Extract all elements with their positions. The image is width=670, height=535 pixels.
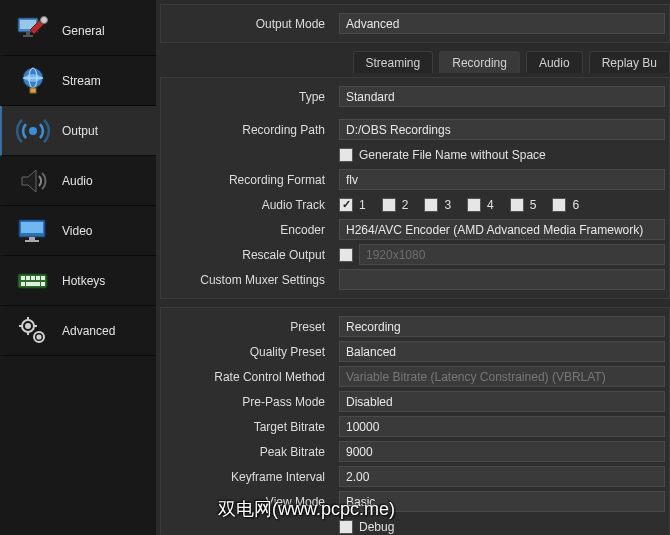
- rescale-checkbox[interactable]: [339, 248, 353, 262]
- sidebar-item-label: Video: [62, 224, 92, 238]
- broadcast-icon: [16, 114, 50, 148]
- track-3-checkbox[interactable]: [424, 198, 438, 212]
- sidebar-item-label: General: [62, 24, 105, 38]
- wrench-monitor-icon: [16, 14, 50, 48]
- svg-rect-19: [41, 276, 45, 280]
- target-bitrate-input[interactable]: 10000: [339, 416, 665, 437]
- svg-rect-12: [29, 237, 35, 240]
- sidebar-item-audio[interactable]: Audio: [0, 156, 156, 206]
- output-mode-select[interactable]: Advanced: [339, 13, 665, 34]
- output-tabs: Streaming Recording Audio Replay Bu: [160, 47, 670, 73]
- rescale-input[interactable]: 1920x1080: [359, 244, 665, 265]
- tab-audio[interactable]: Audio: [526, 51, 583, 73]
- svg-point-24: [26, 324, 30, 328]
- svg-rect-13: [25, 240, 39, 242]
- track-5-checkbox[interactable]: [510, 198, 524, 212]
- sidebar-item-hotkeys[interactable]: Hotkeys: [0, 256, 156, 306]
- type-label: Type: [161, 90, 331, 104]
- recording-format-label: Recording Format: [161, 173, 331, 187]
- svg-rect-22: [41, 282, 45, 286]
- sidebar-item-label: Hotkeys: [62, 274, 105, 288]
- monitor-icon: [16, 214, 50, 248]
- encoder-label: Encoder: [161, 223, 331, 237]
- output-settings-panel: Output Mode Advanced Streaming Recording…: [156, 0, 670, 535]
- sidebar-item-label: Audio: [62, 174, 93, 188]
- sidebar-item-label: Stream: [62, 74, 101, 88]
- sidebar-item-label: Advanced: [62, 324, 115, 338]
- recording-path-input[interactable]: D:/OBS Recordings: [339, 119, 665, 140]
- svg-rect-15: [21, 276, 25, 280]
- rescale-label: Rescale Output: [161, 248, 331, 262]
- tab-streaming[interactable]: Streaming: [353, 51, 434, 73]
- peak-bitrate-input[interactable]: 9000: [339, 441, 665, 462]
- svg-rect-8: [30, 88, 36, 93]
- recording-path-label: Recording Path: [161, 123, 331, 137]
- tab-replay-buffer[interactable]: Replay Bu: [589, 51, 670, 73]
- sidebar-item-label: Output: [62, 124, 98, 138]
- encoder-select[interactable]: H264/AVC Encoder (AMD Advanced Media Fra…: [339, 219, 665, 240]
- gears-icon: [16, 314, 50, 348]
- tab-recording[interactable]: Recording: [439, 51, 520, 73]
- svg-point-30: [37, 335, 40, 338]
- rate-control-label: Rate Control Method: [161, 370, 331, 384]
- gen-filename-checkbox[interactable]: [339, 148, 353, 162]
- debug-label: Debug: [359, 520, 394, 534]
- audio-track-group: ✓1 2 3 4 5 6: [339, 198, 665, 212]
- sidebar-item-general[interactable]: General: [0, 6, 156, 56]
- sidebar-item-output[interactable]: Output: [0, 106, 156, 156]
- gen-filename-label: Generate File Name without Space: [359, 148, 546, 162]
- svg-rect-11: [21, 222, 43, 233]
- recording-type-select[interactable]: Standard: [339, 86, 665, 107]
- keyboard-icon: [16, 264, 50, 298]
- globe-icon: [16, 64, 50, 98]
- svg-rect-17: [31, 276, 35, 280]
- track-4-checkbox[interactable]: [467, 198, 481, 212]
- track-6-checkbox[interactable]: [552, 198, 566, 212]
- svg-rect-16: [26, 276, 30, 280]
- svg-point-4: [41, 16, 48, 23]
- preset-label: Preset: [161, 320, 331, 334]
- peak-bitrate-label: Peak Bitrate: [161, 445, 331, 459]
- track-1-checkbox[interactable]: ✓: [339, 198, 353, 212]
- audio-track-label: Audio Track: [161, 198, 331, 212]
- svg-rect-3: [23, 35, 33, 37]
- output-mode-label: Output Mode: [161, 17, 331, 31]
- sidebar-item-advanced[interactable]: Advanced: [0, 306, 156, 356]
- svg-rect-21: [26, 282, 40, 286]
- svg-rect-20: [21, 282, 25, 286]
- svg-point-9: [29, 127, 37, 135]
- rate-control-select[interactable]: Variable Bitrate (Latency Constrained) (…: [339, 366, 665, 387]
- prepass-select[interactable]: Disabled: [339, 391, 665, 412]
- target-bitrate-label: Target Bitrate: [161, 420, 331, 434]
- track-2-checkbox[interactable]: [382, 198, 396, 212]
- view-mode-label: View Mode: [161, 495, 331, 509]
- settings-sidebar: General Stream: [0, 0, 156, 535]
- muxer-input[interactable]: [339, 269, 665, 290]
- quality-preset-label: Quality Preset: [161, 345, 331, 359]
- sidebar-item-stream[interactable]: Stream: [0, 56, 156, 106]
- muxer-label: Custom Muxer Settings: [161, 273, 331, 287]
- preset-select[interactable]: Recording: [339, 316, 665, 337]
- sidebar-item-video[interactable]: Video: [0, 206, 156, 256]
- debug-checkbox[interactable]: [339, 520, 353, 534]
- keyframe-interval-input[interactable]: 2.00: [339, 466, 665, 487]
- keyframe-interval-label: Keyframe Interval: [161, 470, 331, 484]
- view-mode-select[interactable]: Basic: [339, 491, 665, 512]
- svg-rect-2: [26, 32, 30, 35]
- speaker-icon: [16, 164, 50, 198]
- prepass-label: Pre-Pass Mode: [161, 395, 331, 409]
- svg-rect-18: [36, 276, 40, 280]
- recording-format-select[interactable]: flv: [339, 169, 665, 190]
- quality-preset-select[interactable]: Balanced: [339, 341, 665, 362]
